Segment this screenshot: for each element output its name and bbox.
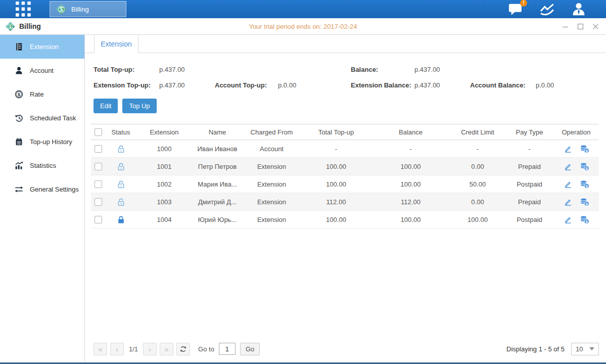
close-button[interactable] xyxy=(592,23,599,30)
row-topup-button[interactable]: $ xyxy=(580,198,589,206)
cell-pay-type: Prepaid xyxy=(505,163,553,170)
row-checkbox[interactable] xyxy=(95,163,102,170)
sidebar-item-label: Scheduled Task xyxy=(30,114,76,122)
sidebar-item-rate[interactable]: $ Rate xyxy=(0,82,84,106)
cell-charged-from: Account xyxy=(243,145,301,153)
row-topup-button[interactable]: $ xyxy=(580,162,589,171)
row-checkbox[interactable] xyxy=(95,216,102,223)
cell-name: Юрий Юрь... xyxy=(192,216,243,223)
row-edit-button[interactable] xyxy=(564,162,572,171)
window-controls xyxy=(562,23,599,30)
maximize-button[interactable] xyxy=(577,23,584,30)
topup-button[interactable]: Top Up xyxy=(122,99,156,113)
stat-account-topup: Account Top-up: p.0.00 xyxy=(215,81,351,89)
row-topup-button[interactable]: $ xyxy=(580,145,589,153)
sidebar-item-account[interactable]: Account xyxy=(0,59,84,82)
reports-button[interactable] xyxy=(539,3,555,16)
cell-extension: 1004 xyxy=(136,216,192,223)
stat-value: p.0.00 xyxy=(278,81,296,89)
row-checkbox[interactable] xyxy=(95,198,102,206)
content-spacer xyxy=(85,229,606,340)
cell-name: Дмитрий Д... xyxy=(192,198,243,206)
cell-total-topup: 100.00 xyxy=(301,216,371,223)
window-title-bar: $ Billing Your trial period ends on: 201… xyxy=(0,18,606,35)
sidebar-item-statistics[interactable]: Statistics xyxy=(0,154,84,177)
row-topup-button[interactable]: $ xyxy=(580,180,589,189)
go-button[interactable]: Go xyxy=(240,343,260,355)
row-edit-button[interactable] xyxy=(564,145,572,153)
stat-extension-topup: Extension Top-up: p.437.00 xyxy=(94,81,215,89)
stat-total-topup: Total Top-up: p.437.00 xyxy=(94,66,215,73)
stat-label: Balance: xyxy=(351,66,414,73)
first-page-button[interactable]: « xyxy=(94,343,107,355)
sidebar-item-general-settings[interactable]: General Settings xyxy=(0,177,84,201)
tab-extension[interactable]: Extension xyxy=(94,35,138,53)
sidebar-item-scheduled-task[interactable]: Scheduled Task xyxy=(0,106,84,130)
prev-page-button[interactable]: ‹ xyxy=(110,343,124,355)
cell-balance: 100.00 xyxy=(371,216,450,223)
tab-strip: Extension xyxy=(85,35,606,53)
unlocked-icon xyxy=(117,162,125,171)
general-settings-sliders-icon xyxy=(15,185,23,194)
billing-app-tab[interactable]: $ Billing xyxy=(50,1,126,17)
goto-page-input[interactable] xyxy=(219,343,236,355)
cell-total-topup: 100.00 xyxy=(301,180,371,188)
topup-coins-icon: $ xyxy=(580,145,589,153)
row-topup-button[interactable]: $ xyxy=(580,215,589,224)
row-checkbox[interactable] xyxy=(95,180,102,188)
cell-extension: 1000 xyxy=(136,145,192,153)
sidebar: Extension Account $ Rate xyxy=(0,35,85,362)
stat-value: p.437.00 xyxy=(159,81,185,89)
toolbar: Edit Top Up xyxy=(85,93,606,113)
cell-extension: 1002 xyxy=(136,180,192,188)
table-row: 1002 Мария Ива... Extension 100.00 100.0… xyxy=(91,175,599,193)
unlocked-icon xyxy=(117,180,125,189)
svg-text:$: $ xyxy=(585,184,588,188)
stat-value: p.437.00 xyxy=(159,66,185,73)
edit-button[interactable]: Edit xyxy=(94,99,118,113)
stat-balance: Balance: p.437.00 xyxy=(351,66,470,73)
next-page-button[interactable]: › xyxy=(143,343,157,355)
top-bar: $ Billing ! xyxy=(0,0,606,18)
sidebar-item-topup-history[interactable]: Top-up History xyxy=(0,130,84,154)
extension-ledger-icon xyxy=(15,42,23,51)
stat-label: Account Top-up: xyxy=(215,81,278,89)
select-all-checkbox[interactable] xyxy=(95,128,102,136)
cell-credit-limit: 0.00 xyxy=(450,163,505,170)
summary-panel: Total Top-up: p.437.00 Balance: p.437.00… xyxy=(85,53,606,93)
pagination-bar: « ‹ 1/1 › » Go to Go Displaying xyxy=(85,340,606,362)
cell-credit-limit: 100.00 xyxy=(450,216,505,223)
app-window: $ Billing ! xyxy=(0,0,606,364)
page-size-value: 10 xyxy=(576,345,583,353)
page-size-dropdown[interactable]: 10 xyxy=(571,343,599,355)
row-edit-button[interactable] xyxy=(564,180,572,189)
user-account-button[interactable] xyxy=(572,3,586,16)
refresh-button[interactable] xyxy=(176,343,190,355)
page-indicator: 1/1 xyxy=(129,345,138,353)
edit-pencil-icon xyxy=(564,180,572,189)
row-checkbox[interactable] xyxy=(95,145,102,153)
messages-button[interactable]: ! xyxy=(508,3,523,16)
cell-pay-type: - xyxy=(505,145,553,153)
cell-extension: 1001 xyxy=(136,163,192,170)
sidebar-item-extension[interactable]: Extension xyxy=(0,35,84,59)
last-page-button[interactable]: » xyxy=(160,343,173,355)
svg-text:$: $ xyxy=(18,92,20,97)
refresh-icon xyxy=(179,345,187,353)
statistics-chart-icon xyxy=(15,161,23,170)
column-header-operation: Operation xyxy=(553,128,599,136)
sidebar-item-label: Extension xyxy=(30,43,59,51)
row-edit-button[interactable] xyxy=(564,198,572,206)
edit-pencil-icon xyxy=(564,198,572,206)
app-launcher-grid-icon[interactable] xyxy=(16,2,31,17)
cell-balance: - xyxy=(371,145,450,153)
cell-charged-from: Extension xyxy=(243,180,301,188)
column-header-extension: Extension xyxy=(136,128,192,136)
status-lock-icon xyxy=(105,180,136,189)
cell-charged-from: Extension xyxy=(243,216,301,223)
goto-label: Go to xyxy=(198,345,214,353)
close-icon xyxy=(592,23,599,30)
row-edit-button[interactable] xyxy=(564,215,572,224)
minimize-button[interactable] xyxy=(562,23,569,30)
cell-extension: 1003 xyxy=(136,198,192,206)
